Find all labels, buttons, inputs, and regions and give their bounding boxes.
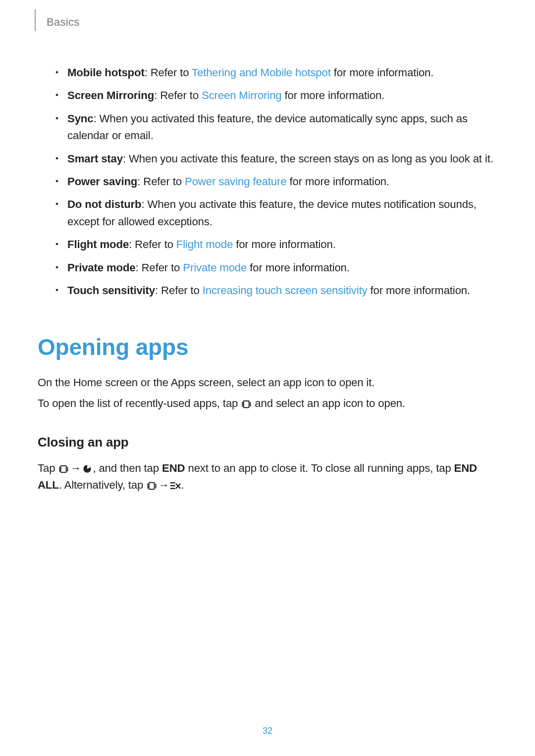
feature-title: Sync [67,112,93,125]
feature-title: Smart stay [67,152,123,165]
link-screen-mirroring[interactable]: Screen Mirroring [202,89,282,101]
text: , and then tap [93,462,162,474]
page-content: Mobile hotspot: Refer to Tethering and M… [35,30,500,494]
feature-text: : Refer to [129,238,176,251]
list-item: Screen Mirroring: Refer to Screen Mirror… [53,87,498,104]
arrow-icon: → [69,460,82,477]
feature-text: for more information. [367,284,470,297]
list-item: Mobile hotspot: Refer to Tethering and M… [53,64,498,81]
close-all-icon [170,481,181,490]
link-private-mode[interactable]: Private mode [183,261,247,274]
feature-title: Mobile hotspot [67,66,145,79]
list-item: Touch sensitivity: Refer to Increasing t… [53,282,498,299]
page-header: Basics [35,15,500,30]
feature-text: : When you activate this feature, the sc… [123,152,493,165]
text: . [181,479,184,491]
feature-text: for more information. [247,261,350,274]
text: Tap [38,462,58,474]
feature-title: Do not disturb [67,198,142,210]
link-power-saving[interactable]: Power saving feature [185,175,286,188]
list-item: Private mode: Refer to Private mode for … [53,259,498,276]
link-flight-mode[interactable]: Flight mode [176,238,233,251]
task-manager-icon [82,464,93,473]
paragraph: On the Home screen or the Apps screen, s… [38,374,498,391]
link-tethering[interactable]: Tethering and Mobile hotspot [192,66,331,79]
recent-apps-icon [58,464,69,473]
list-item: Flight mode: Refer to Flight mode for mo… [53,236,498,253]
feature-text: for more information. [233,238,336,251]
list-item: Sync: When you activated this feature, t… [53,110,498,145]
paragraph: To open the list of recently-used apps, … [38,395,498,412]
text: . Alternatively, tap [59,479,147,491]
list-item: Smart stay: When you activate this featu… [53,151,498,167]
feature-text: for more information. [331,66,434,79]
header-divider [35,9,36,31]
feature-text: for more information. [286,175,389,188]
text: and select an app icon to open. [252,397,405,409]
feature-text: : When you activated this feature, the d… [67,112,468,142]
page: Basics Mobile hotspot: Refer to Tetherin… [0,0,535,756]
arrow-icon: → [157,477,170,494]
list-item: Power saving: Refer to Power saving feat… [53,173,498,190]
end-label: END [162,462,185,474]
subsection-title-closing-an-app: Closing an app [38,432,498,452]
text: To open the list of recently-used apps, … [38,397,241,409]
feature-text: : Refer to [155,284,203,297]
feature-text: : Refer to [145,66,192,79]
feature-title: Screen Mirroring [67,89,154,101]
feature-title: Flight mode [67,238,129,251]
recent-apps-icon [241,400,252,408]
link-touch-sensitivity[interactable]: Increasing touch screen sensitivity [203,284,368,297]
recent-apps-icon [146,481,157,490]
feature-title: Private mode [67,261,136,274]
section-title-opening-apps: Opening apps [38,330,498,365]
feature-title: Power saving [67,175,137,188]
feature-list: Mobile hotspot: Refer to Tethering and M… [38,64,498,299]
feature-text: for more information. [282,89,385,101]
header-section-label: Basics [47,16,80,29]
text: next to an app to close it. To close all… [185,462,454,474]
page-number: 32 [0,726,535,736]
feature-text: : Refer to [136,261,183,274]
feature-text: : Refer to [154,89,202,101]
paragraph: Tap → , and then tap END next to an app … [38,460,498,494]
feature-text: : Refer to [137,175,185,188]
list-item: Do not disturb: When you activate this f… [53,196,498,230]
feature-title: Touch sensitivity [67,284,155,297]
